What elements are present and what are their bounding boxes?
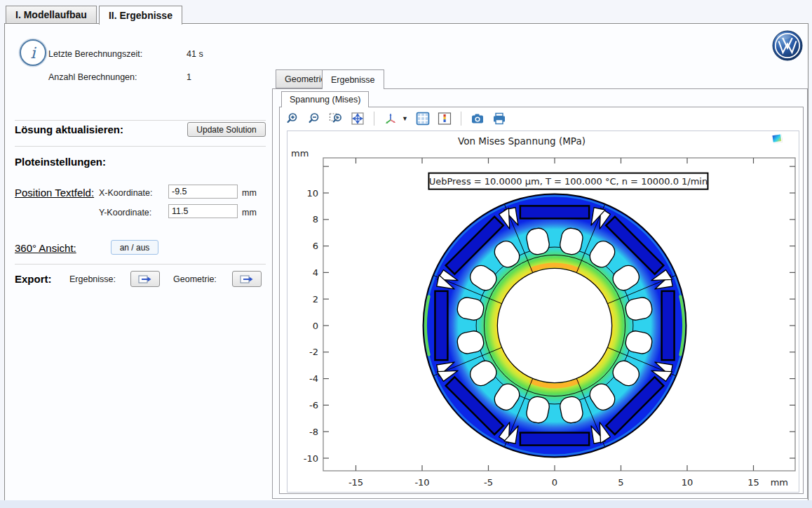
- color-legend-icon[interactable]: [438, 112, 452, 126]
- zoom-box-icon[interactable]: [329, 112, 343, 126]
- svg-text:-4: -4: [309, 373, 318, 384]
- svg-text:10: 10: [306, 188, 318, 199]
- svg-text:-6: -6: [309, 400, 318, 410]
- results-group-box: Spannung (Mises): [272, 88, 808, 499]
- zoom-in-icon[interactable]: [285, 112, 299, 126]
- zoom-out-icon[interactable]: [307, 112, 321, 126]
- von-mises-plot: -15-10-50510151086420-2-4-6-8-10mmmmVon …: [287, 131, 799, 492]
- x-coordinate-input[interactable]: [168, 185, 238, 199]
- tab-ergebnisse-inner[interactable]: Ergebnisse: [322, 69, 384, 89]
- export-results-button[interactable]: [130, 271, 160, 287]
- svg-text:-2: -2: [309, 347, 318, 357]
- results-subwindow: Geometrie Ergebnisse Spannung (Mises): [272, 69, 812, 503]
- toolbar-separator: [461, 112, 461, 126]
- svg-text:-15: -15: [349, 477, 363, 488]
- last-calc-time-value: 41 s: [187, 49, 203, 59]
- grid-icon[interactable]: [416, 112, 430, 126]
- update-solution-label: Lösung aktualisieren:: [15, 123, 123, 135]
- svg-text:-10: -10: [304, 453, 318, 464]
- tab-content: i Letzte Berechnungszeit: 41 s Anzahl Be…: [4, 23, 808, 501]
- vw-logo: [772, 30, 803, 61]
- view-orientation-dropdown-arrow[interactable]: ▼: [402, 115, 408, 122]
- calc-count-value: 1: [187, 72, 191, 82]
- info-icon: i: [20, 39, 46, 66]
- main-tab-bar: I. Modellaufbau II. Ergebnisse: [6, 6, 184, 25]
- svg-text:5: 5: [618, 477, 623, 488]
- divider: [15, 264, 266, 265]
- x-unit-label: mm: [242, 188, 257, 198]
- plot-graphics-area[interactable]: -15-10-50510151086420-2-4-6-8-10mmmmVon …: [287, 131, 799, 493]
- svg-text:-8: -8: [309, 427, 318, 437]
- svg-text:10: 10: [682, 477, 693, 488]
- export-geometry-button[interactable]: [232, 271, 262, 287]
- svg-text:-5: -5: [484, 477, 493, 488]
- plot-panel: ▼: [279, 107, 804, 494]
- plot-thumbnail-icon[interactable]: [771, 133, 785, 145]
- y-coordinate-input[interactable]: [168, 204, 238, 218]
- divider: [15, 146, 266, 147]
- svg-text:UebPress = 10.0000 μm, T = 100: UebPress = 10.0000 μm, T = 100.000 °C, n…: [429, 176, 708, 187]
- update-solution-button[interactable]: Update Solution: [187, 122, 266, 137]
- svg-text:Von Mises Spannung (MPa): Von Mises Spannung (MPa): [458, 135, 586, 147]
- view-360-label: 360° Ansicht:: [15, 242, 76, 254]
- svg-text:4: 4: [313, 267, 318, 278]
- position-textfield-label: Position Textfeld:: [15, 187, 94, 199]
- export-icon: [138, 274, 152, 284]
- export-results-label: Ergebnisse:: [69, 274, 116, 284]
- svg-text:0: 0: [313, 321, 318, 331]
- svg-text:8: 8: [313, 214, 318, 225]
- divider: [15, 120, 266, 121]
- svg-text:-10: -10: [414, 477, 429, 488]
- y-coordinate-label: Y-Koordinate:: [99, 208, 151, 218]
- svg-text:6: 6: [313, 241, 318, 251]
- window-bottom-strip: [0, 500, 812, 508]
- svg-text:0: 0: [552, 477, 557, 488]
- view-360-toggle-button[interactable]: an / aus: [111, 240, 158, 255]
- zoom-extents-icon[interactable]: [351, 112, 365, 126]
- calc-count-label: Anzahl Berechnungen:: [48, 72, 137, 82]
- last-calc-time-label: Letzte Berechnungszeit:: [48, 49, 142, 59]
- plot-toolbar: ▼: [285, 109, 506, 128]
- tab-ergebnisse[interactable]: II. Ergebnisse: [99, 6, 182, 25]
- export-heading: Export:: [15, 273, 52, 285]
- tab-spannung-mises[interactable]: Spannung (Mises): [281, 91, 369, 107]
- toolbar-separator: [374, 112, 374, 126]
- plot-settings-heading: Ploteinstellungen:: [15, 156, 106, 168]
- tab-modellaufbau[interactable]: I. Modellaufbau: [6, 6, 97, 24]
- x-coordinate-label: X-Koordinate:: [99, 188, 152, 198]
- view-orientation-icon[interactable]: [384, 112, 398, 126]
- export-icon: [240, 274, 254, 284]
- svg-text:15: 15: [747, 477, 759, 488]
- export-geometry-label: Geometrie:: [173, 274, 217, 284]
- svg-text:2: 2: [313, 294, 318, 305]
- snapshot-icon[interactable]: [471, 112, 485, 126]
- svg-text:mm: mm: [291, 148, 309, 159]
- print-icon[interactable]: [492, 112, 506, 126]
- app-window: I. Modellaufbau II. Ergebnisse i Letzte …: [0, 0, 812, 508]
- svg-text:mm: mm: [771, 477, 788, 488]
- y-unit-label: mm: [242, 208, 257, 218]
